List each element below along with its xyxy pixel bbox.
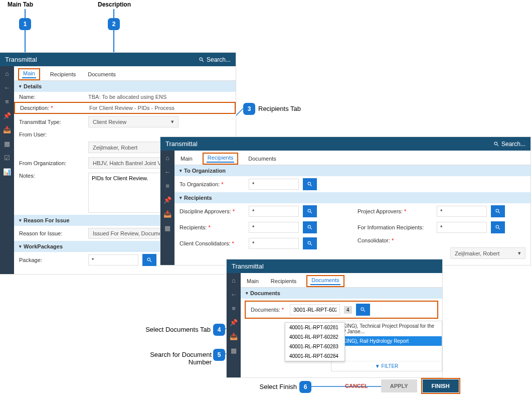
desc-value[interactable]: For Client Review - PIDs - Process	[89, 105, 230, 111]
sidebar-pin-icon[interactable]: 📌	[227, 315, 241, 329]
sidebar-list-icon[interactable]: ≡	[160, 179, 174, 193]
type-select[interactable]: Client Review▾	[88, 116, 179, 127]
tab-documents[interactable]: Documents	[310, 276, 340, 285]
required-icon: *	[51, 105, 53, 111]
proj-search-button[interactable]	[491, 205, 505, 217]
docs-search-button[interactable]	[356, 304, 370, 316]
section-toorg[interactable]: To Organization	[174, 165, 530, 176]
disc-input[interactable]	[249, 206, 299, 217]
tab-main[interactable]: Main	[179, 153, 195, 165]
tab-documents[interactable]: Documents	[246, 153, 278, 165]
package-label: Package:	[19, 257, 84, 263]
sidebar-list-icon[interactable]: ≡	[227, 301, 241, 315]
callout-badge-5: 5	[213, 349, 225, 361]
sidebar-tasks-icon[interactable]: ☑	[0, 151, 14, 165]
result-row-selected[interactable]: ORKING), Rail Hydrology Report	[331, 336, 442, 346]
sidebar-home-icon[interactable]: ⌂	[160, 151, 174, 165]
proj-label: Project Approvers: *	[358, 208, 433, 214]
forinfo-search-button[interactable]	[491, 221, 505, 233]
sidebar-grid-icon[interactable]: ▦	[160, 221, 174, 235]
tabs: Main Recipients Documents	[14, 66, 236, 81]
cancel-button[interactable]: CANCEL	[336, 379, 377, 392]
dropdown-item[interactable]: 40001-RL-RPT-60284	[285, 351, 344, 361]
tabs: Main Recipients Documents	[174, 151, 530, 165]
sidebar-back-icon[interactable]: ←	[0, 80, 14, 94]
finish-button[interactable]: FINISH	[423, 379, 459, 392]
callout-line	[113, 9, 114, 18]
chevron-down-icon: ▾	[518, 250, 521, 256]
sidebar-chart-icon[interactable]: 📊	[0, 165, 14, 179]
callout-label-5: Search for Document Number	[126, 351, 212, 366]
cons-select[interactable]: Zeijlmaker, Robert▾	[450, 247, 525, 259]
tab-recipients[interactable]: Recipients	[48, 68, 78, 80]
docs-count-badge: 4	[344, 306, 352, 314]
filter-link[interactable]: ▼ FILTER	[333, 363, 440, 369]
callout-badge-3: 3	[243, 103, 255, 115]
toorg-input[interactable]	[249, 179, 299, 190]
sidebar: ⌂ ← ≡ 📌 📥 ▦	[227, 273, 241, 377]
dropdown-item[interactable]: 40001-RL-RPT-60282	[285, 332, 344, 342]
sidebar-back-icon[interactable]: ←	[227, 287, 241, 301]
autocomplete-dropdown: 40001-RL-RPT-60281 40001-RL-RPT-60282 40…	[285, 322, 345, 361]
forinfo-input[interactable]	[437, 222, 487, 233]
tab-recipients[interactable]: Recipients	[269, 275, 298, 287]
tab-documents-highlight: Documents	[306, 275, 344, 287]
callout-badge-6: 6	[299, 381, 311, 393]
tab-main[interactable]: Main	[22, 69, 36, 78]
dropdown-item[interactable]: 40001-RL-RPT-60283	[285, 342, 344, 351]
sidebar-grid-icon[interactable]: ▦	[0, 137, 14, 151]
apply-button[interactable]: APPLY	[381, 379, 417, 392]
sidebar-home-icon[interactable]: ⌂	[0, 66, 14, 80]
sidebar: ⌂ ← ≡ 📌 📥 ▦	[160, 151, 174, 265]
section-recipients[interactable]: Recipients	[174, 192, 530, 203]
sidebar-grid-icon[interactable]: ▦	[227, 343, 241, 357]
section-details[interactable]: Details	[14, 81, 236, 92]
sidebar-pin-icon[interactable]: 📌	[160, 193, 174, 207]
proj-input[interactable]	[437, 206, 487, 217]
package-input[interactable]	[88, 254, 138, 266]
search-link[interactable]: Search...	[199, 56, 231, 63]
tab-documents[interactable]: Documents	[86, 68, 118, 80]
sidebar-inbox-icon[interactable]: 📥	[227, 329, 241, 343]
tab-recipients[interactable]: Recipients	[207, 154, 234, 163]
docs-input[interactable]	[290, 304, 340, 315]
reason-label: Reason for Issue:	[19, 230, 84, 236]
search-icon	[360, 307, 366, 313]
recip-search-button[interactable]	[303, 221, 317, 233]
disc-search-button[interactable]	[303, 205, 317, 217]
search-icon	[307, 208, 313, 214]
search-icon	[307, 240, 313, 246]
panel-recipients: Transmittal Search... ⌂ ← ≡ 📌 📥 ▦ Main R…	[160, 137, 530, 265]
callout-label-4: Select Documents Tab	[145, 326, 211, 333]
result-row[interactable]: ORKING), Technical Project Proposal for …	[331, 321, 442, 336]
sidebar-back-icon[interactable]: ←	[160, 165, 174, 179]
sidebar-inbox-icon[interactable]: 📥	[0, 122, 14, 137]
toorg-search-button[interactable]	[303, 178, 317, 190]
section-documents[interactable]: Documents	[241, 288, 442, 299]
sidebar-pin-icon[interactable]: 📌	[0, 108, 14, 122]
recip-input[interactable]	[249, 222, 299, 233]
forinfo-label: For Information Recipients:	[358, 224, 433, 230]
chevron-down-icon: ▾	[171, 118, 174, 125]
sidebar-inbox-icon[interactable]: 📥	[160, 207, 174, 221]
tab-main[interactable]: Main	[245, 275, 261, 287]
tab-recipients-highlight: Recipients	[203, 153, 238, 165]
required-icon: *	[208, 224, 210, 230]
client-input[interactable]	[249, 238, 299, 249]
finish-highlight: FINISH	[421, 378, 460, 394]
dropdown-item[interactable]: 40001-RL-RPT-60281	[285, 323, 344, 332]
search-icon	[307, 224, 313, 230]
tabs: Main Recipients Documents	[241, 273, 442, 288]
panel-title: Transmittal	[165, 140, 198, 148]
search-link[interactable]: Search...	[493, 141, 525, 148]
required-icon: *	[233, 208, 235, 214]
search-icon	[307, 181, 313, 187]
sidebar-home-icon[interactable]: ⌂	[227, 273, 241, 287]
package-search-button[interactable]	[142, 254, 156, 266]
sidebar-list-icon[interactable]: ≡	[0, 94, 14, 108]
panel-header: Transmittal Search...	[160, 137, 530, 151]
panel-documents: Transmittal ⌂ ← ≡ 📌 📥 ▦ Main Recipients …	[227, 259, 442, 377]
panel-title: Transmittal	[5, 56, 37, 63]
client-search-button[interactable]	[303, 237, 317, 249]
callout-line	[25, 9, 26, 18]
